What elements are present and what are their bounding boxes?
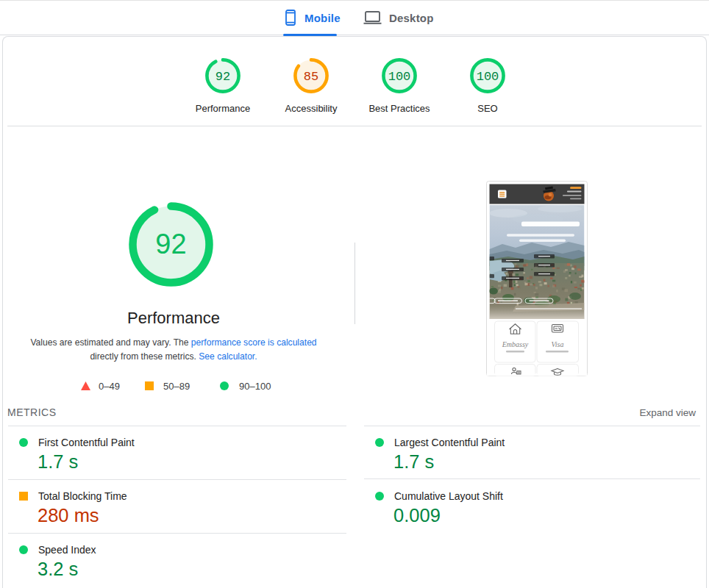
svg-text:100: 100 bbox=[388, 70, 411, 84]
svg-text:92: 92 bbox=[215, 70, 230, 84]
svg-text:92: 92 bbox=[155, 229, 186, 259]
svg-text:Embassy: Embassy bbox=[502, 340, 529, 348]
svg-text:Visa: Visa bbox=[551, 340, 563, 348]
svg-text:85: 85 bbox=[304, 70, 318, 84]
svg-text:100: 100 bbox=[477, 70, 499, 84]
